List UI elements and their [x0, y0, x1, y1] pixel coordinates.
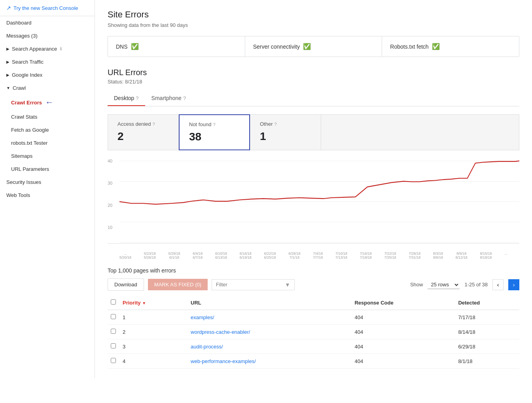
- sidebar-item-web-tools[interactable]: Web Tools: [0, 189, 95, 202]
- device-tabs: Desktop ? Smartphone ?: [108, 91, 519, 106]
- x-label-3: 6/4/186/7/18: [193, 252, 203, 259]
- sidebar-item-dashboard[interactable]: Dashboard: [0, 16, 95, 29]
- sidebar-item-google-index[interactable]: ▶ Google Index: [0, 68, 95, 81]
- search-appearance-info-icon: ℹ: [60, 46, 62, 51]
- x-label-end: ...: [504, 252, 507, 259]
- not-found-count: 38: [189, 131, 240, 143]
- filter-icon: ▼: [285, 282, 290, 288]
- table-pagination: Show 25 rows 50 rows 100 rows 1-25 of 38…: [410, 279, 519, 290]
- top-pages-label: Top 1,000 pages with errors: [108, 267, 519, 274]
- sidebar-item-crawl-errors[interactable]: Crawl Errors ←: [0, 95, 95, 110]
- table-controls: Download MARK AS FIXED (0) ▼ Show 25 row…: [108, 278, 519, 291]
- header-priority[interactable]: Priority ▼: [119, 295, 187, 310]
- x-label-14: 8/9/188/12/18: [456, 252, 468, 259]
- y-label-40: 40: [108, 159, 112, 163]
- x-label-10: 7/16/187/19/18: [360, 252, 372, 259]
- sidebar-item-search-traffic[interactable]: ▶ Search Traffic: [0, 55, 95, 68]
- row-4-detected: 8/1/18: [455, 354, 519, 369]
- table-row: 2 wordpress-cache-enabler/ 404 8/14/18: [108, 325, 519, 339]
- row-3-priority: 3: [119, 339, 187, 354]
- x-label-11: 7/22/187/25/18: [384, 252, 396, 259]
- sidebar-item-url-parameters[interactable]: URL Parameters: [0, 163, 95, 176]
- row-4-priority: 4: [119, 354, 187, 369]
- y-label-30: 30: [108, 181, 112, 185]
- next-page-button[interactable]: ›: [508, 279, 519, 290]
- mark-fixed-button[interactable]: MARK AS FIXED (0): [148, 279, 208, 290]
- sidebar-item-messages[interactable]: Messages (3): [0, 29, 95, 42]
- dns-card: DNS ✅: [108, 36, 245, 57]
- x-label-9: 7/10/187/13/18: [335, 252, 347, 259]
- table-header-row: Priority ▼ URL Response Code Detected: [108, 295, 519, 310]
- pagination-info: 1-25 of 38: [464, 282, 488, 288]
- robots-fetch-label: Robots.txt fetch: [390, 44, 428, 50]
- access-denied-label: Access denied: [117, 121, 151, 127]
- desktop-help-icon[interactable]: ?: [136, 95, 138, 101]
- access-denied-help-icon[interactable]: ?: [153, 122, 155, 127]
- sidebar-item-sitemaps[interactable]: Sitemaps: [0, 149, 95, 163]
- dns-label: DNS: [116, 44, 128, 50]
- security-issues-label: Security Issues: [6, 179, 41, 185]
- try-new-search-console[interactable]: ↗ Try the new Search Console: [0, 0, 95, 16]
- x-label-12: 7/28/187/31/18: [409, 252, 420, 259]
- download-button[interactable]: Download: [108, 278, 144, 291]
- header-url: URL: [187, 295, 351, 310]
- main-content: Site Errors Showing data from the last 9…: [95, 0, 532, 378]
- url-parameters-label: URL Parameters: [11, 166, 49, 172]
- dns-check-icon: ✅: [131, 43, 139, 50]
- sidebar-item-robots-tester[interactable]: robots.txt Tester: [0, 136, 95, 149]
- crawl-stats-label: Crawl Stats: [11, 114, 37, 120]
- row-1-checkbox[interactable]: [111, 314, 116, 319]
- server-connectivity-check-icon: ✅: [303, 43, 311, 50]
- fetch-as-google-label: Fetch as Google: [11, 127, 49, 133]
- select-all-checkbox[interactable]: [111, 299, 116, 305]
- page-subtitle: Showing data from the last 90 days: [108, 22, 519, 28]
- y-label-20: 20: [108, 203, 112, 208]
- rows-per-page-select[interactable]: 25 rows 50 rows 100 rows: [428, 280, 460, 289]
- header-response-code: Response Code: [351, 295, 455, 310]
- tab-smartphone[interactable]: Smartphone ?: [145, 91, 193, 106]
- external-link-icon: ↗: [6, 5, 11, 11]
- tab-desktop-label: Desktop: [114, 95, 134, 101]
- row-1-url[interactable]: examples/: [191, 314, 214, 320]
- sidebar-item-crawl[interactable]: ▼ Crawl: [0, 81, 95, 95]
- sidebar-item-fetch-as-google[interactable]: Fetch as Google: [0, 123, 95, 136]
- prev-page-button[interactable]: ‹: [492, 279, 504, 290]
- row-3-url[interactable]: audit-process/: [191, 344, 223, 350]
- row-1-response-code: 404: [351, 310, 455, 325]
- error-type-cards: Access denied ? 2 Not found ? 38 Other ?…: [108, 114, 519, 150]
- chart-svg: [119, 157, 519, 243]
- row-2-checkbox[interactable]: [111, 329, 116, 334]
- row-1-priority: 1: [119, 310, 187, 325]
- crawl-errors-chart: 40 30 20 10: [108, 157, 519, 244]
- arrow-pointer-icon: ←: [45, 98, 54, 107]
- robots-fetch-card: Robots.txt fetch ✅: [382, 36, 519, 57]
- try-new-label: Try the new Search Console: [13, 5, 78, 11]
- robots-tester-label: robots.txt Tester: [11, 140, 47, 146]
- page-title: Site Errors: [108, 9, 519, 20]
- other-card[interactable]: Other ? 1: [250, 114, 321, 150]
- not-found-help-icon[interactable]: ?: [213, 122, 215, 127]
- not-found-card[interactable]: Not found ? 38: [179, 114, 250, 150]
- sitemaps-label: Sitemaps: [11, 153, 32, 159]
- row-2-url[interactable]: wordpress-cache-enabler/: [191, 329, 250, 335]
- row-3-checkbox[interactable]: [111, 343, 116, 348]
- robots-fetch-check-icon: ✅: [432, 43, 440, 50]
- filter-input[interactable]: [216, 282, 282, 288]
- x-label-1: 5/23/185/26/18: [144, 252, 156, 259]
- table-row: 1 examples/ 404 7/17/18: [108, 310, 519, 325]
- other-label: Other: [260, 121, 273, 127]
- url-errors-title: URL Errors: [108, 68, 519, 77]
- row-3-response-code: 404: [351, 339, 455, 354]
- tab-desktop[interactable]: Desktop ?: [108, 91, 145, 106]
- row-4-url[interactable]: web-performance-examples/: [191, 358, 256, 364]
- sidebar-item-crawl-stats[interactable]: Crawl Stats: [0, 110, 95, 123]
- access-denied-card[interactable]: Access denied ? 2: [108, 114, 179, 150]
- sidebar-item-security-issues[interactable]: Security Issues: [0, 176, 95, 189]
- row-4-checkbox[interactable]: [111, 358, 116, 363]
- smartphone-help-icon[interactable]: ?: [183, 95, 186, 101]
- x-label-7: 6/28/187/1/18: [288, 252, 300, 259]
- sidebar-item-search-appearance[interactable]: ▶ Search Appearance ℹ: [0, 42, 95, 55]
- error-type-spacer: [321, 114, 519, 150]
- other-help-icon[interactable]: ?: [275, 122, 277, 127]
- chart-y-labels: 40 30 20 10: [108, 157, 112, 232]
